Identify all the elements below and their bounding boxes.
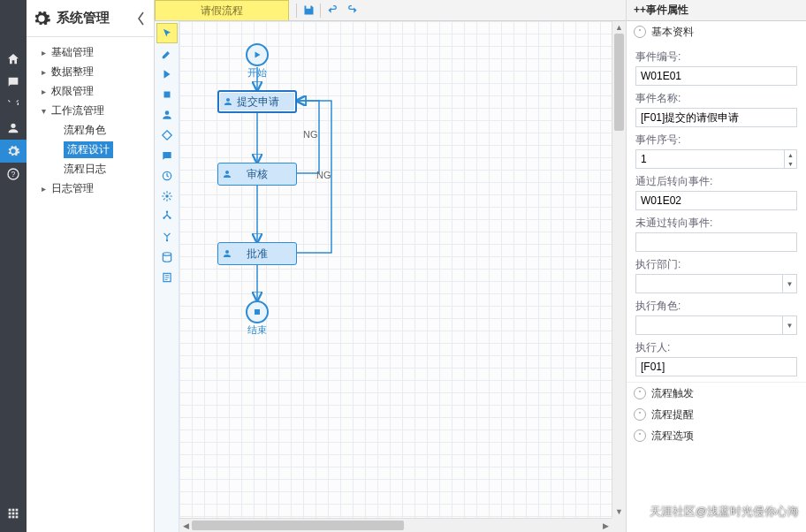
canvas[interactable]: NG NG 开始 提交申请 审核 批准 结束 <box>179 21 612 518</box>
chevron-right-icon: ▸ <box>39 87 48 96</box>
scroll-up-icon[interactable]: ▲ <box>612 21 626 34</box>
tool-data[interactable] <box>156 247 178 267</box>
tools-icon[interactable] <box>0 94 27 117</box>
sidebar-title: 系统管理 <box>57 10 134 27</box>
canvas-wrap: NG NG 开始 提交申请 审核 批准 结束 <box>179 21 626 532</box>
label-pass-to: 通过后转向事件: <box>635 174 797 189</box>
tool-edit[interactable] <box>156 43 178 64</box>
svg-rect-19 <box>255 309 260 315</box>
tree-node-log[interactable]: ▸日志管理 <box>27 179 154 198</box>
node-end[interactable]: 结束 <box>246 300 269 337</box>
undo-button[interactable] <box>324 3 340 19</box>
apps-icon[interactable] <box>0 502 27 525</box>
gear-icon <box>32 9 51 28</box>
section-trigger[interactable]: ˅流程触发 <box>627 383 806 404</box>
tree-node-basic[interactable]: ▸基础管理 <box>27 42 154 62</box>
input-event-name[interactable] <box>635 108 797 127</box>
tool-gateway[interactable] <box>156 125 178 145</box>
input-pass-to[interactable] <box>635 191 797 210</box>
edge-label-ng2: NG <box>316 170 331 180</box>
svg-text:?: ? <box>11 170 16 179</box>
expand-icon: ˅ <box>634 387 646 399</box>
tree-node-permission[interactable]: ▸权限管理 <box>27 81 154 101</box>
main-area: 请假流程 <box>155 0 626 532</box>
tool-timer[interactable] <box>156 165 178 186</box>
collapse-sidebar-icon[interactable] <box>134 4 148 33</box>
svg-rect-9 <box>12 516 15 519</box>
svg-rect-7 <box>16 513 19 515</box>
tool-form[interactable] <box>156 267 178 287</box>
scroll-right-icon[interactable]: ▶ <box>599 519 612 532</box>
node-start[interactable]: 开始 <box>246 43 269 80</box>
tree-child-log[interactable]: 流程日志 <box>27 159 154 179</box>
home-icon[interactable] <box>0 48 27 71</box>
chevron-right-icon: ▸ <box>39 67 48 77</box>
label-dept: 执行部门: <box>635 257 797 272</box>
designer: NG NG 开始 提交申请 审核 批准 结束 <box>155 21 626 532</box>
section-options[interactable]: ˅流程选项 <box>627 425 806 446</box>
scroll-left-icon[interactable]: ◀ <box>179 519 192 532</box>
svg-rect-5 <box>9 513 11 515</box>
tool-message[interactable] <box>156 145 178 165</box>
collapse-icon: ˄ <box>634 26 646 38</box>
svg-point-13 <box>165 194 169 198</box>
tab-leave-flow[interactable]: 请假流程 <box>155 0 289 20</box>
tool-end[interactable] <box>156 84 178 104</box>
section-basic[interactable]: ˄基本资料 <box>627 21 806 42</box>
section-remind[interactable]: ˅流程提醒 <box>627 404 806 425</box>
user-icon[interactable] <box>0 117 27 140</box>
chevron-right-icon: ▸ <box>39 48 48 57</box>
expand-icon: ˅ <box>634 408 646 421</box>
input-event-no[interactable] <box>635 66 797 86</box>
input-fail-to[interactable] <box>635 232 797 252</box>
tree-child-design[interactable]: 流程设计 <box>27 140 154 159</box>
tab-bar: 请假流程 <box>155 0 626 21</box>
label-event-seq: 事件序号: <box>635 133 797 148</box>
gear-icon[interactable] <box>0 140 27 163</box>
start-icon <box>246 43 269 66</box>
chat-icon[interactable] <box>0 71 27 94</box>
scroll-down-icon[interactable]: ▼ <box>612 505 626 518</box>
horizontal-scrollbar[interactable]: ◀ ▶ <box>179 518 612 532</box>
tool-branch[interactable] <box>156 206 178 226</box>
help-icon[interactable]: ? <box>0 163 27 186</box>
chevron-down-icon: ▾ <box>39 106 48 116</box>
dropdown-icon[interactable]: ▼ <box>782 275 796 293</box>
svg-rect-2 <box>9 509 11 512</box>
expand-icon: ˅ <box>634 429 646 442</box>
save-button[interactable] <box>300 3 316 19</box>
tool-config[interactable] <box>156 186 178 206</box>
input-event-seq[interactable] <box>635 149 797 169</box>
combo-role[interactable] <box>635 315 797 335</box>
user-icon <box>218 248 236 259</box>
scroll-thumb[interactable] <box>192 521 404 530</box>
sidebar-header: 系统管理 <box>27 0 154 37</box>
svg-rect-10 <box>16 516 19 519</box>
left-icon-strip: ? <box>0 0 27 532</box>
separator <box>320 4 321 18</box>
tree-child-role[interactable]: 流程角色 <box>27 120 154 140</box>
label-fail-to: 未通过转向事件: <box>635 216 797 231</box>
svg-point-14 <box>165 210 167 212</box>
redo-button[interactable] <box>344 3 360 19</box>
node-approve[interactable]: 批准 <box>217 242 297 265</box>
combo-dept[interactable] <box>635 274 797 293</box>
tree-node-workflow[interactable]: ▾工作流管理 <box>27 101 154 120</box>
scroll-corner <box>612 518 626 532</box>
input-exec[interactable] <box>635 357 797 376</box>
tree-node-data[interactable]: ▸数据整理 <box>27 62 154 81</box>
nav-tree: ▸基础管理 ▸数据整理 ▸权限管理 ▾工作流管理 流程角色 流程设计 流程日志 … <box>27 37 154 203</box>
step-up-icon[interactable]: ▲ <box>784 150 796 159</box>
node-review[interactable]: 审核 <box>217 163 297 186</box>
step-down-icon[interactable]: ▼ <box>784 159 796 168</box>
tool-pointer[interactable] <box>156 23 178 43</box>
tool-user-task[interactable] <box>156 104 178 125</box>
user-icon <box>218 169 236 179</box>
scroll-thumb[interactable] <box>614 34 624 131</box>
toolbar <box>289 0 367 20</box>
tool-start[interactable] <box>156 64 178 84</box>
vertical-scrollbar[interactable]: ▲ ▼ <box>612 21 626 518</box>
tool-merge[interactable] <box>156 226 178 247</box>
dropdown-icon[interactable]: ▼ <box>782 316 796 334</box>
node-submit[interactable]: 提交申请 <box>217 90 297 113</box>
